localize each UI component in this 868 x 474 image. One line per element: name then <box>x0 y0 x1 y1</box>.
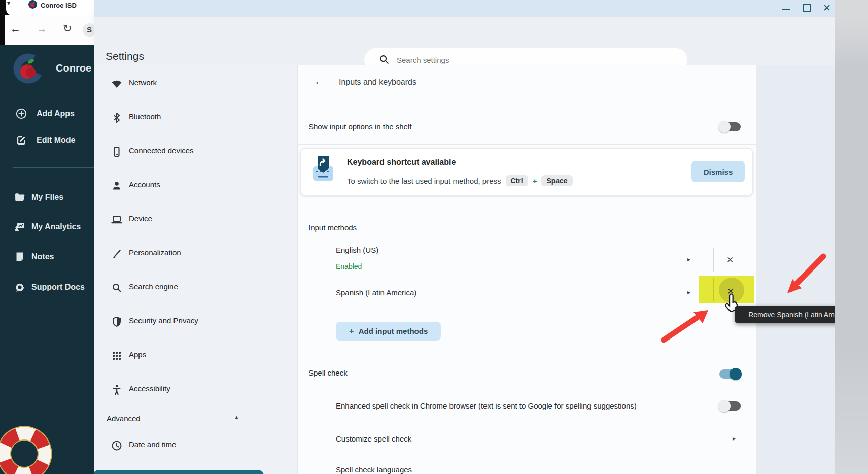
lifebuoy-icon <box>0 425 53 474</box>
nav-item-accounts[interactable]: Accounts <box>94 175 297 197</box>
minimize-button[interactable] <box>782 9 790 10</box>
wifi-icon <box>111 78 123 90</box>
row-separator <box>713 248 714 272</box>
shelf-toggle[interactable] <box>719 122 741 131</box>
spell-check-label: Spell check <box>308 368 348 377</box>
tab-title: Conroe ISD <box>41 2 77 9</box>
maximize-button[interactable] <box>803 4 811 12</box>
nav-item-bluetooth[interactable]: Bluetooth <box>94 107 297 129</box>
nav-item-accessibility[interactable]: Accessibility <box>94 379 297 401</box>
brand-name: Conroe <box>56 62 91 74</box>
nav-label: Search engine <box>129 282 178 291</box>
input-method-row-spanish[interactable]: Spanish (Latin America) ▸ <box>297 276 756 310</box>
sidebar-item-support-docs[interactable]: Support Docs <box>0 280 94 297</box>
chevron-right-icon[interactable]: ▸ <box>687 289 690 296</box>
customize-spell-check-row[interactable]: Customize spell check ▸ <box>297 420 756 453</box>
dismiss-button[interactable]: Dismiss <box>691 161 745 182</box>
row-separator <box>713 278 714 301</box>
phone-icon <box>111 146 123 158</box>
folder-icon <box>14 191 26 204</box>
sidebar-item-add-apps[interactable]: Add Apps <box>0 106 94 123</box>
reload-icon[interactable]: ↻ <box>63 22 72 35</box>
sidebar-item-label: My Analytics <box>31 222 81 231</box>
shelf-row-label: Show input options in the shelf <box>308 122 411 131</box>
search-icon <box>378 54 390 65</box>
spell-check-languages-label: Spell check languages <box>336 465 412 474</box>
window-titlebar[interactable]: ✕ <box>94 0 835 17</box>
desktop-background <box>835 0 868 474</box>
sidebar-item-edit-mode[interactable]: Edit Mode <box>0 132 94 149</box>
analytics-icon <box>14 221 26 233</box>
nav-label: Accessibility <box>129 384 170 393</box>
nav-label: Connected devices <box>129 146 194 155</box>
nav-item-apps[interactable]: Apps <box>94 345 297 367</box>
nav-label: Apps <box>129 350 146 359</box>
settings-window: ✕ Settings Network Bluetooth <box>94 0 835 474</box>
accessibility-icon <box>111 384 123 396</box>
support-icon <box>14 281 26 293</box>
plus-sign: + <box>533 177 537 185</box>
site-sidebar: Conroe Add Apps Edit Mode My Files <box>0 45 94 474</box>
sidebar-item-label: Add Apps <box>37 109 75 118</box>
bluetooth-icon <box>111 112 123 124</box>
person-icon <box>111 180 123 192</box>
forward-icon[interactable]: → <box>37 23 47 35</box>
divider <box>297 144 756 145</box>
chevron-right-icon[interactable]: ▸ <box>687 256 690 263</box>
input-methods-label: Input methods <box>308 223 357 232</box>
settings-header: Settings <box>94 17 835 65</box>
nav-item-connected-devices[interactable]: Connected devices <box>94 141 297 163</box>
brush-icon <box>111 248 123 260</box>
spell-check-toggle[interactable] <box>719 369 741 379</box>
status-enabled: Enabled <box>336 262 362 270</box>
keyboard-shortcut-icon <box>311 155 335 183</box>
nav-item-security-privacy[interactable]: Security and Privacy <box>94 311 297 333</box>
notes-icon <box>14 251 26 263</box>
sidebar-item-my-files[interactable]: My Files <box>0 190 94 207</box>
chevron-right-icon: ▸ <box>733 435 736 442</box>
nav-item-search-engine[interactable]: Search engine <box>94 277 297 299</box>
nav-item-device[interactable]: Device <box>94 209 297 231</box>
clock-icon <box>111 439 123 452</box>
nav-label: Network <box>129 78 157 87</box>
sidebar-item-label: My Files <box>31 193 63 202</box>
address-avatar[interactable]: S <box>83 23 94 37</box>
nav-item-network[interactable]: Network <box>94 73 297 95</box>
browser-tab-strip: ▾ Conroe ISD <box>0 0 94 15</box>
sidebar-item-label: Support Docs <box>31 283 85 292</box>
edit-icon <box>15 134 27 146</box>
keyboard-shortcut-banner <box>300 148 753 196</box>
back-arrow-icon[interactable]: ← <box>314 75 325 87</box>
nav-item-date-time[interactable]: Date and time <box>94 434 297 457</box>
page-title: Settings <box>106 50 144 62</box>
plus-circle-icon <box>15 108 27 120</box>
tooltip: Remove Spanish (Latin America) <box>735 306 835 323</box>
search-icon <box>111 282 123 294</box>
bottom-teal-bar[interactable] <box>94 470 264 474</box>
chevron-up-icon[interactable]: ▲ <box>234 414 239 420</box>
sidebar-item-notes[interactable]: Notes <box>0 249 94 266</box>
customize-spell-check-label: Customize spell check <box>336 434 411 443</box>
tab-caret-icon[interactable]: ▾ <box>7 0 10 7</box>
subpage-title: Inputs and keyboards <box>339 78 416 87</box>
add-input-methods-button[interactable]: + Add input methods <box>336 322 441 341</box>
content-right-gutter <box>756 65 835 474</box>
sidebar-item-label: Notes <box>31 252 54 261</box>
input-method-name: English (US) <box>336 246 378 254</box>
input-method-row-english[interactable]: English (US) Enabled ▸ ✕ <box>297 239 756 276</box>
divider <box>336 453 756 453</box>
back-icon[interactable]: ← <box>10 23 21 35</box>
advanced-section[interactable]: Advanced <box>107 414 141 423</box>
apps-grid-icon <box>111 350 123 362</box>
shortcut-description: To switch to the last used input method,… <box>347 177 501 185</box>
browser-toolbar: ← → ↻ S <box>0 15 94 45</box>
key-chip-space: Space <box>541 175 572 186</box>
sidebar-item-label: Edit Mode <box>37 136 75 145</box>
enhanced-spell-check-toggle[interactable] <box>719 401 741 411</box>
remove-english-icon[interactable]: ✕ <box>726 255 734 265</box>
nav-item-personalization[interactable]: Personalization <box>94 243 297 265</box>
sidebar-item-my-analytics[interactable]: My Analytics <box>0 219 94 236</box>
sidebar-divider <box>13 167 94 168</box>
close-button[interactable]: ✕ <box>823 2 831 14</box>
add-input-methods-label: Add input methods <box>359 327 428 335</box>
